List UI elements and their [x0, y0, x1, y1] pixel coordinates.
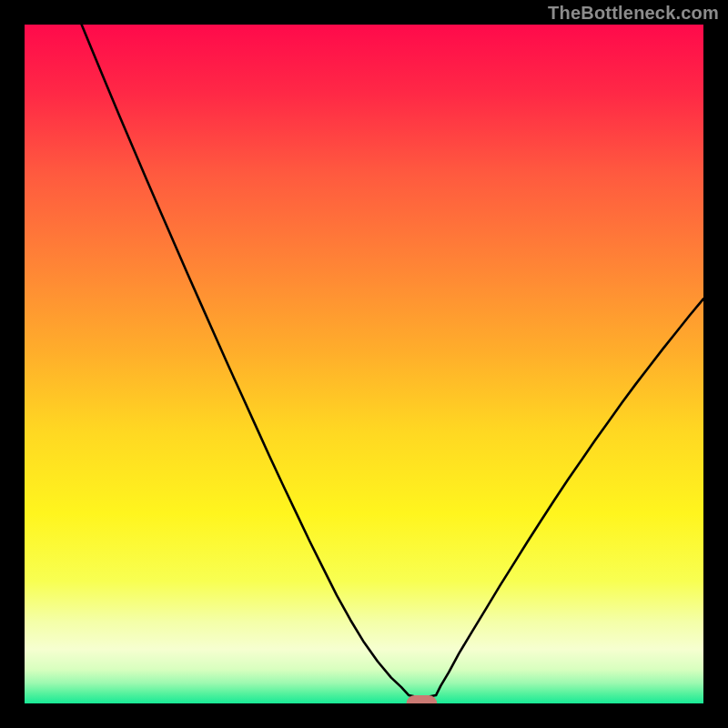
chart-svg [25, 25, 703, 703]
plot-area [25, 25, 703, 703]
optimum-marker [407, 695, 438, 703]
attribution-text: TheBottleneck.com [548, 3, 719, 24]
gradient-background [25, 25, 703, 703]
chart-frame: TheBottleneck.com [0, 0, 728, 728]
